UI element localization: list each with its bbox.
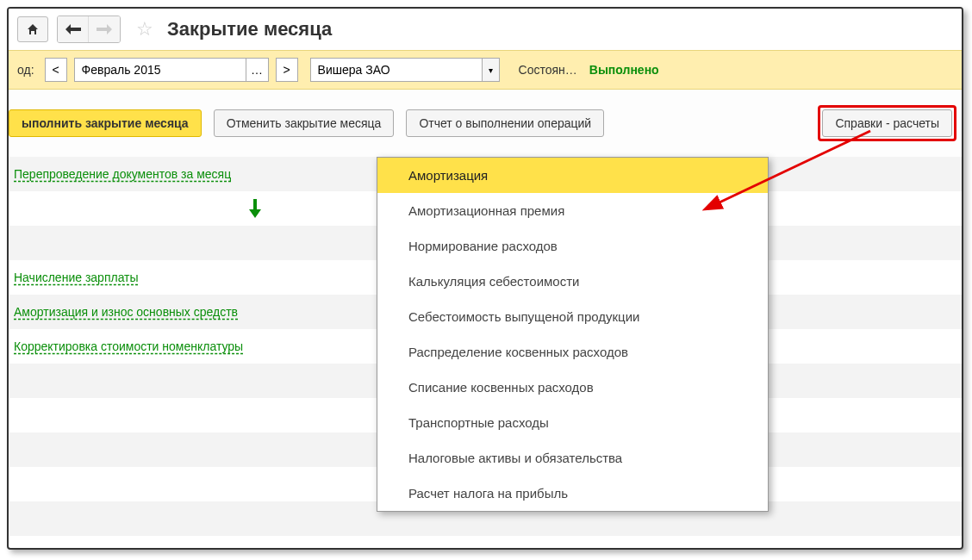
menu-item-sebestoimost[interactable]: Себестоимость выпущеной продукции xyxy=(377,299,768,334)
menu-item-kalkulyaciya[interactable]: Калькуляция себестоимости xyxy=(377,264,768,299)
menu-item-raschet-naloga[interactable]: Расчет налога на прибыль xyxy=(377,476,768,511)
arrow-left-icon xyxy=(65,24,81,34)
home-button[interactable] xyxy=(17,16,48,42)
link-korrektirovka[interactable]: Корректировка стоимости номенклатуры xyxy=(14,339,243,353)
period-prev-button[interactable]: < xyxy=(45,58,67,82)
organization-dropdown-button[interactable]: ▾ xyxy=(483,58,500,82)
operations-report-button[interactable]: Отчет о выполнении операций xyxy=(406,109,604,137)
menu-item-spisanie[interactable]: Списание косвенных расходов xyxy=(377,370,768,405)
highlight-annotation: Справки - расчеты xyxy=(818,105,956,141)
arrow-right-icon xyxy=(97,24,112,34)
menu-item-raspredelenie[interactable]: Распределение косвенных расходов xyxy=(377,334,768,370)
content-area: Перепроведение документов за месяц Начис… xyxy=(9,157,962,536)
organization-input[interactable]: Вишера ЗАО xyxy=(310,58,483,82)
period-input[interactable]: Февраль 2015 xyxy=(74,58,246,82)
status-label: Состоян… xyxy=(519,63,577,77)
link-zarplata[interactable]: Начисление зарплаты xyxy=(14,271,139,284)
references-calculations-button[interactable]: Справки - расчеты xyxy=(822,109,952,137)
menu-item-normirovanie[interactable]: Нормирование расходов xyxy=(377,228,768,264)
execute-month-close-button[interactable]: ыполнить закрытие месяца xyxy=(9,109,202,137)
menu-item-nalogovye-aktivy[interactable]: Налоговые активы и обязательства xyxy=(377,440,768,476)
favorite-star-icon[interactable]: ☆ xyxy=(136,18,153,40)
header-bar: ☆ Закрытие месяца xyxy=(9,9,962,50)
menu-item-amortizacionnaya-premiya[interactable]: Амортизационная премия xyxy=(377,193,768,228)
nav-back-forward-group xyxy=(57,16,121,43)
forward-button[interactable] xyxy=(89,16,120,42)
link-amortizaciya[interactable]: Амортизация и износ основных средств xyxy=(14,305,238,319)
menu-item-transport[interactable]: Транспортные расходы xyxy=(377,405,768,440)
action-bar: ыполнить закрытие месяца Отменить закрыт… xyxy=(9,90,962,157)
references-menu-popup: Амортизация Амортизационная премия Норми… xyxy=(377,157,769,512)
filter-bar: од: < Февраль 2015 … > Вишера ЗАО ▾ Сост… xyxy=(9,50,962,90)
menu-item-amortizaciya[interactable]: Амортизация xyxy=(377,158,768,193)
home-icon xyxy=(26,22,40,36)
period-picker-button[interactable]: … xyxy=(246,58,269,82)
cancel-month-close-button[interactable]: Отменить закрытие месяца xyxy=(214,109,395,137)
right-column: венных расходов 26 и обращения" xyxy=(746,536,962,550)
period-label: од: xyxy=(17,63,34,77)
back-button[interactable] xyxy=(58,16,89,42)
period-next-button[interactable]: > xyxy=(276,58,298,82)
link-reprovedenie[interactable]: Перепроведение документов за месяц xyxy=(14,167,231,181)
status-value: Выполнено xyxy=(589,63,659,77)
page-title: Закрытие месяца xyxy=(167,18,332,40)
